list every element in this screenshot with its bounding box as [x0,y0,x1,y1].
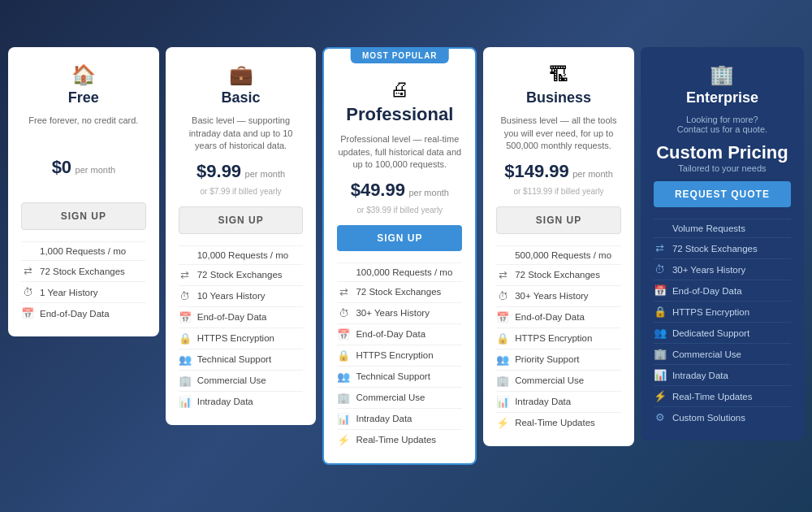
feature-item: ⚙ Custom Solutions [654,406,791,427]
feature-text: HTTPS Encryption [515,333,592,343]
feature-item: 🏢 Commercial Use [496,370,621,391]
plan-icon: 🖨 [337,78,462,101]
feature-item: 10,000 Requests / mo [179,245,304,264]
feature-text: 1 Year History [40,288,98,297]
feature-icon: 🏢 [654,348,667,360]
feature-text: End-of-Day Data [197,312,267,322]
feature-icon: 👥 [337,371,350,383]
feature-item: 📅 End-of-Day Data [179,306,304,328]
feature-text: End-of-Day Data [40,309,110,319]
price-period: per month [245,169,286,179]
feature-item: 📊 Intraday Data [179,391,304,412]
feature-text: 1,000 Requests / mo [40,246,126,256]
feature-item: ⏱ 30+ Years History [654,258,791,280]
feature-icon: ⇄ [337,286,350,298]
pricing-container: 🏠 Free Free forever, no credit card. $0 … [8,47,804,464]
price-yearly [21,183,146,194]
price-yearly: or $39.99 if billed yearly [337,206,462,217]
signup-button-free[interactable]: SIGN UP [21,202,146,230]
signup-button-basic[interactable]: SIGN UP [179,206,304,234]
plan-desc: Basic level — supporting intraday data a… [179,115,304,152]
feature-icon: ⏱ [654,263,667,276]
feature-icon: 🏢 [337,392,350,404]
feature-item: ⏱ 30+ Years History [496,285,621,306]
plan-desc: Business level — all the tools you will … [496,115,621,152]
feature-item: 🔒 HTTPS Encryption [179,328,304,349]
plan-desc: Free forever, no credit card. [21,115,146,149]
feature-item: ⏱ 10 Years History [179,285,304,306]
feature-text: Dedicated Support [672,328,749,338]
enterprise-pricing: Custom Pricing Tailored to your needs [654,142,791,173]
feature-item: 📅 End-of-Day Data [654,280,791,301]
plan-icon: 💼 [179,63,304,86]
feature-text: 500,000 Requests / mo [515,250,611,260]
plan-card-business: 🏗 Business Business level — all the tool… [483,47,634,445]
feature-text: HTTPS Encryption [356,350,433,360]
plan-name: Basic [179,89,304,106]
features-list: 1,000 Requests / mo ⇄ 72 Stock Exchanges… [21,241,146,323]
feature-item: 👥 Technical Support [179,349,304,370]
feature-item: 100,000 Requests / mo [337,263,462,281]
feature-text: End-of-Day Data [515,312,585,322]
feature-text: Intraday Data [672,371,728,380]
feature-text: Technical Support [356,371,430,381]
features-list: 500,000 Requests / mo ⇄ 72 Stock Exchang… [496,245,621,433]
feature-text: 72 Stock Exchanges [40,267,125,276]
feature-item: ⚡ Real-Time Updates [654,385,791,406]
feature-text: Intraday Data [197,397,253,406]
feature-icon: 🔒 [337,349,350,362]
feature-text: End-of-Day Data [356,329,425,339]
feature-text: 100,000 Requests / mo [356,267,452,277]
feature-icon: 🏢 [496,375,509,387]
feature-item: 🔒 HTTPS Encryption [337,345,462,366]
feature-icon: 📊 [654,369,667,381]
feature-text: Commercial Use [356,393,425,402]
request-quote-button[interactable]: REQUEST QUOTE [654,181,791,207]
feature-text: Commercial Use [515,375,584,385]
feature-icon: ⇄ [496,269,509,281]
price-amount: $9.99 [197,161,241,181]
feature-item: 📅 End-of-Day Data [337,323,462,345]
features-list: 10,000 Requests / mo ⇄ 72 Stock Exchange… [179,245,304,412]
plan-card-basic: 💼 Basic Basic level — supporting intrada… [166,47,317,424]
plan-price: $0 per month [21,157,146,178]
feature-text: 10,000 Requests / mo [197,250,289,260]
feature-item: ⇄ 72 Stock Exchanges [496,264,621,285]
feature-icon: ⏱ [496,290,509,302]
feature-icon: 🏢 [179,375,192,387]
feature-icon: ⚡ [654,390,667,402]
feature-text: Priority Support [515,354,579,364]
feature-icon: ⏱ [21,286,34,298]
plan-icon: 🏠 [21,63,146,86]
feature-text: Custom Solutions [672,413,745,423]
feature-item: 1,000 Requests / mo [21,241,146,260]
feature-icon: 📊 [496,396,509,408]
price-amount: $49.99 [351,180,405,200]
signup-button-business[interactable]: SIGN UP [496,206,621,234]
signup-button-professional[interactable]: SIGN UP [337,225,462,251]
feature-text: Technical Support [197,354,271,364]
plan-header: 🏠 Free [21,63,146,106]
feature-text: 30+ Years History [672,265,745,275]
feature-icon: 📊 [337,413,350,425]
feature-item: ⇄ 72 Stock Exchanges [21,260,146,281]
plan-card-free: 🏠 Free Free forever, no credit card. $0 … [8,47,159,336]
feature-text: 10 Years History [197,291,266,301]
feature-text: Intraday Data [515,397,571,406]
feature-item: 🏢 Commercial Use [337,387,462,408]
feature-item: ⇄ 72 Stock Exchanges [337,281,462,302]
plan-icon: 🏗 [496,63,621,86]
feature-item: Volume Requests [654,219,791,237]
plan-price: $49.99 per month [337,180,462,201]
plan-card-enterprise: 🏢 Enterprise Looking for more?Contact us… [641,47,804,440]
feature-item: 📅 End-of-Day Data [21,302,146,323]
feature-text: Real-Time Updates [356,435,436,445]
feature-text: Volume Requests [672,223,745,233]
plan-name: Free [21,89,146,106]
feature-icon: 👥 [654,327,667,339]
most-popular-badge: MOST POPULAR [351,48,449,63]
plan-header: 💼 Basic [179,63,304,106]
feature-text: HTTPS Encryption [197,333,274,343]
plan-name: Business [496,89,621,106]
feature-text: 72 Stock Exchanges [672,244,758,254]
